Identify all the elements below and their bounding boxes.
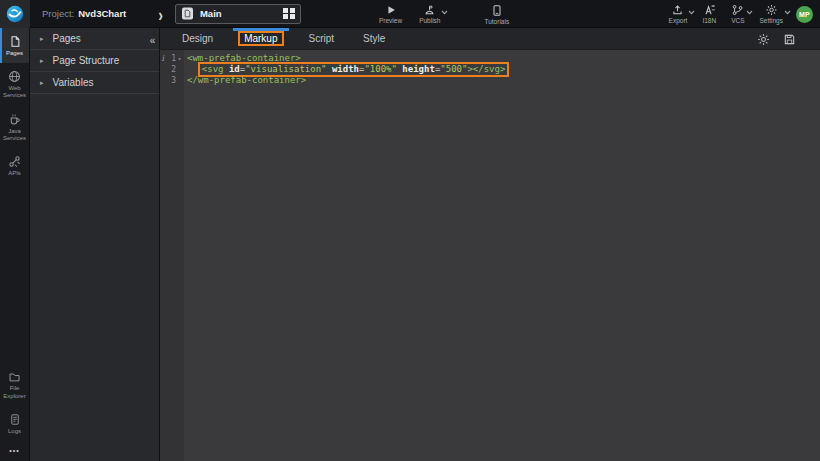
panel-section-label: Pages (53, 33, 81, 44)
project-name: Nvd3Chart (78, 8, 126, 19)
tab-label: Script (305, 32, 339, 45)
topbar: Project: Nvd3Chart › Main Preview (0, 0, 820, 28)
rail-label: Java Services (1, 128, 28, 142)
wavemaker-logo-icon (6, 5, 24, 23)
line-number: 2 (167, 66, 176, 74)
token-tag: ></svg> (467, 64, 505, 74)
tab-label: Style (359, 32, 389, 45)
collapsed-triangle-icon: ▸ (40, 35, 44, 42)
page-settings-gear-icon[interactable] (757, 33, 770, 46)
code-text: <svg id="visualisation" width="100%" hei… (184, 64, 509, 75)
wavemaker-studio: Project: Nvd3Chart › Main Preview (0, 0, 820, 461)
code-text: </wm-prefab-container> (184, 75, 306, 86)
tab-design[interactable]: Design (175, 28, 220, 49)
apis-connector-icon (8, 155, 21, 168)
token-attr: width (332, 64, 359, 74)
rail-label: Web Services (1, 85, 28, 99)
save-icon[interactable] (783, 33, 796, 46)
settings-label: Settings (760, 17, 784, 24)
export-button[interactable]: Export (667, 4, 690, 24)
page-tab-label: Main (200, 8, 222, 19)
left-rail: Pages Web Services Java Services (0, 28, 30, 461)
tutorials-icon (491, 4, 503, 17)
collapsed-triangle-icon: ▸ (40, 79, 44, 86)
user-avatar[interactable]: MP (796, 6, 813, 23)
project-info: Project: Nvd3Chart (42, 8, 126, 19)
preview-label: Preview (379, 17, 402, 24)
rail-item-java-services[interactable]: Java Services (0, 106, 29, 148)
web-services-globe-icon (8, 70, 21, 83)
file-explorer-folder-icon (8, 371, 21, 383)
collapsed-triangle-icon: ▸ (40, 57, 44, 64)
tab-style[interactable]: Style (356, 28, 392, 49)
gutter-cell: i1▾ (160, 55, 184, 63)
code-lines: i1▾<wm-prefab-container>2 <svg id="visua… (160, 53, 820, 86)
play-icon (385, 4, 397, 16)
panel-section-label: Page Structure (53, 55, 120, 66)
rail-bottom-group: File Explorer Logs ••• (0, 364, 29, 461)
publish-button[interactable]: Publish (417, 4, 442, 24)
rail-item-pages[interactable]: Pages (0, 28, 29, 63)
preview-button[interactable]: Preview (377, 4, 404, 24)
rail-item-web-services[interactable]: Web Services (0, 63, 29, 105)
page-file-icon (181, 7, 194, 20)
publish-label: Publish (419, 17, 440, 24)
vcs-button[interactable]: VCS (729, 4, 746, 24)
tab-label: Markup (238, 31, 283, 46)
tab-script[interactable]: Script (302, 28, 342, 49)
export-icon (671, 4, 684, 16)
grid-icon[interactable] (283, 8, 295, 20)
panel-section-label: Variables (53, 77, 94, 88)
caret-down-icon (746, 10, 753, 15)
token-str: "visualisation" (245, 64, 326, 74)
tutorials-label: Tutorials (484, 18, 509, 25)
line-number: 3 (167, 77, 176, 85)
token-attr: id (229, 64, 240, 74)
panel-section-pages[interactable]: ▸ Pages (30, 28, 159, 50)
topbar-center-actions: Preview Publish Tutorials (377, 0, 511, 28)
more-options-ellipsis-icon[interactable]: ••• (0, 441, 29, 461)
tabbar-actions (757, 28, 796, 50)
settings-button[interactable]: Settings (758, 4, 786, 24)
pages-icon (9, 35, 21, 48)
publish-icon (423, 4, 436, 16)
rail-item-file-explorer[interactable]: File Explorer (0, 364, 29, 405)
panel-collapse-button[interactable]: « (147, 33, 158, 48)
token-tag: <svg (202, 64, 229, 74)
wavemaker-logo[interactable] (0, 0, 30, 28)
rail-item-logs[interactable]: Logs (0, 406, 29, 441)
topbar-right-actions: Export I18N VCS (667, 0, 813, 28)
gutter-cell: 3 (160, 77, 184, 85)
panel-section-variables[interactable]: ▸ Variables (30, 72, 159, 94)
token-attr: height (402, 64, 435, 74)
tutorials-button[interactable]: Tutorials (482, 4, 511, 25)
code-indent (187, 64, 198, 74)
fold-caret-icon[interactable]: ▾ (176, 56, 183, 62)
gutter-cell: 2 (160, 66, 184, 74)
logs-icon (9, 413, 21, 426)
tab-markup[interactable]: Markup (235, 28, 286, 49)
page-tab-main[interactable]: Main (175, 4, 301, 24)
workspace-tabs: DesignMarkupScriptStyle (160, 28, 820, 50)
panel-section-page-structure[interactable]: ▸ Page Structure (30, 50, 159, 72)
i18n-button[interactable]: I18N (700, 4, 718, 24)
rail-label: Logs (8, 428, 21, 435)
workspace: DesignMarkupScriptStyle i1▾<wm-prefab-co… (160, 28, 820, 461)
line-number: 1 (167, 55, 176, 63)
tab-label: Design (178, 32, 217, 45)
vcs-label: VCS (731, 17, 744, 24)
rail-label: APIs (8, 170, 21, 177)
markup-code-editor[interactable]: i1▾<wm-prefab-container>2 <svg id="visua… (160, 50, 820, 461)
project-label: Project: (42, 8, 74, 19)
code-line-2[interactable]: 2 <svg id="visualisation" width="100%" h… (160, 64, 820, 75)
left-panel: ▸ Pages ▸ Page Structure ▸ Variables « (30, 28, 160, 461)
token-str: "500" (440, 64, 467, 74)
vcs-branch-icon (731, 4, 744, 16)
caret-down-icon (784, 10, 791, 15)
rail-item-apis[interactable]: APIs (0, 148, 29, 183)
caret-down-icon (688, 10, 695, 15)
i18n-label: I18N (702, 17, 716, 24)
info-marker-icon: i (161, 55, 164, 63)
export-label: Export (669, 17, 688, 24)
settings-gear-icon (765, 4, 778, 16)
